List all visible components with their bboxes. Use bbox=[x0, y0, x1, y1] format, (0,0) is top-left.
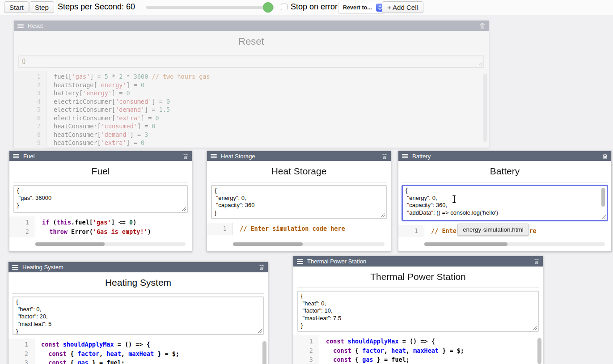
divider bbox=[297, 288, 539, 288]
state-json-value[interactable]: { "energy": 0, "capacity": 360, "addData… bbox=[403, 186, 607, 217]
vertical-scrollbar[interactable] bbox=[262, 341, 266, 364]
horizontal-scrollbar[interactable] bbox=[424, 242, 605, 246]
cell-header-title: Heating System bbox=[22, 264, 63, 271]
state-json-editor[interactable]: { "heat": 0, "factor": 20, "maxHeat": 5 … bbox=[13, 296, 264, 335]
divider bbox=[402, 182, 608, 182]
resize-handle[interactable] bbox=[258, 329, 262, 333]
vertical-scrollbar[interactable] bbox=[601, 188, 605, 207]
horizontal-scrollbar[interactable] bbox=[35, 242, 186, 246]
code-editor[interactable]: 123456789 fuel['gas'] = 5 * 2 * 3600 // … bbox=[14, 71, 489, 148]
cell-title: Thermal Power Station bbox=[293, 267, 543, 288]
text-cursor-icon bbox=[452, 195, 456, 203]
delete-cell-icon[interactable] bbox=[382, 153, 387, 159]
code-lines[interactable]: if (this.fuel['gas'] <= 0) throw Error('… bbox=[35, 216, 151, 237]
cell-heating-system: Heating System Heating System { "heat": … bbox=[8, 262, 268, 364]
delete-cell-icon[interactable] bbox=[259, 264, 264, 270]
scrollbar-thumb[interactable] bbox=[233, 242, 303, 246]
cell-title: Heat Storage bbox=[207, 161, 391, 182]
stop-on-error-label: Stop on error bbox=[291, 2, 338, 12]
state-json-value[interactable]: { "heat": 0, "factor": 10, "maxHeat": 7.… bbox=[298, 292, 538, 330]
cell-header[interactable]: Battery bbox=[398, 151, 611, 161]
divider bbox=[12, 293, 264, 294]
delete-cell-icon[interactable] bbox=[480, 23, 485, 29]
stop-on-error-checkbox[interactable] bbox=[281, 4, 287, 10]
cell-battery: Battery Battery { "energy": 0, "capacity… bbox=[398, 151, 612, 252]
cell-thermal-power-station: Thermal Power Station Thermal Power Stat… bbox=[293, 256, 543, 364]
delete-cell-icon[interactable] bbox=[183, 153, 188, 159]
state-json-editor[interactable]: { "gas": 36000 } bbox=[13, 185, 188, 213]
line-numbers: 1 bbox=[207, 223, 233, 235]
state-json-value[interactable]: { "heat": 0, "factor": 20, "maxHeat": 5 … bbox=[13, 297, 263, 335]
resize-handle[interactable] bbox=[478, 62, 482, 66]
vertical-scrollbar[interactable] bbox=[483, 74, 487, 142]
scrollbar-thumb[interactable] bbox=[424, 242, 507, 246]
state-json-value[interactable]: { "gas": 36000 } bbox=[14, 186, 187, 210]
add-cell-button[interactable]: + Add Cell bbox=[382, 1, 423, 13]
cell-header[interactable]: Thermal Power Station bbox=[293, 256, 543, 267]
cell-header-title: Fuel bbox=[23, 153, 34, 160]
cell-heat-storage: Heat Storage Heat Storage { "energy": 0,… bbox=[207, 151, 391, 252]
drag-handle-icon[interactable] bbox=[13, 154, 19, 158]
state-json-editor[interactable]: {} bbox=[18, 55, 484, 68]
divider bbox=[17, 53, 485, 53]
filename-tooltip: energy-simulation.html bbox=[457, 224, 529, 236]
state-json-value[interactable]: {} bbox=[19, 56, 483, 66]
state-json-editor[interactable]: { "energy": 0, "capacity": 360 } bbox=[211, 185, 387, 219]
cell-title: Heating System bbox=[8, 272, 268, 293]
slider-thumb[interactable] bbox=[263, 2, 273, 13]
cell-title: Battery bbox=[398, 161, 611, 182]
code-lines[interactable]: const shouldApplyMax = () => { const { f… bbox=[319, 335, 464, 364]
revert-to-select-value: Revert to... bbox=[343, 4, 372, 11]
drag-handle-icon[interactable] bbox=[12, 265, 18, 270]
cell-header-title: Heat Storage bbox=[221, 153, 255, 160]
resize-handle[interactable] bbox=[601, 215, 606, 219]
cell-header[interactable]: Heat Storage bbox=[207, 151, 391, 161]
line-numbers: 1234 bbox=[293, 335, 319, 364]
cell-header-title: Battery bbox=[412, 153, 431, 160]
cell-header-title: Thermal Power Station bbox=[307, 258, 366, 265]
vertical-scrollbar[interactable] bbox=[537, 338, 541, 364]
code-lines[interactable]: // Enter simulation code here bbox=[233, 223, 345, 235]
line-numbers: 123456789 bbox=[14, 71, 47, 148]
state-json-editor-focused[interactable]: { "energy": 0, "capacity": 360, "addData… bbox=[402, 185, 608, 221]
state-json-editor[interactable]: { "heat": 0, "factor": 10, "maxHeat": 7.… bbox=[297, 291, 539, 332]
divider bbox=[13, 182, 188, 182]
cell-header[interactable]: Reset bbox=[14, 21, 489, 31]
code-editor[interactable]: 12 if (this.fuel['gas'] <= 0) throw Erro… bbox=[9, 216, 192, 237]
scrollbar-thumb[interactable] bbox=[35, 242, 105, 246]
code-lines[interactable]: const shouldApplyMax = () => { const { f… bbox=[34, 339, 179, 364]
horizontal-scrollbar[interactable] bbox=[233, 242, 385, 246]
cell-fuel: Fuel Fuel { "gas": 36000 } 12 if (this.f… bbox=[9, 151, 192, 252]
code-lines[interactable]: fuel['gas'] = 5 * 2 * 3600 // two hours … bbox=[47, 71, 210, 148]
drag-handle-icon[interactable] bbox=[297, 259, 303, 264]
cell-reset: Reset Reset {} 123456789 fuel['gas'] = 5… bbox=[13, 20, 489, 148]
line-numbers: 12 bbox=[9, 216, 35, 237]
steps-per-second-label: Steps per Second: 60 bbox=[58, 2, 135, 12]
revert-to-select[interactable]: Revert to... bbox=[338, 2, 385, 13]
delete-cell-icon[interactable] bbox=[534, 258, 539, 264]
divider bbox=[211, 182, 387, 182]
resize-handle[interactable] bbox=[533, 326, 537, 330]
line-numbers: 1 bbox=[398, 225, 424, 237]
cell-title: Reset bbox=[14, 31, 489, 53]
line-numbers: 1234 bbox=[8, 339, 34, 364]
drag-handle-icon[interactable] bbox=[17, 24, 24, 28]
resize-handle[interactable] bbox=[182, 207, 186, 211]
code-editor[interactable]: 1234 const shouldApplyMax = () => { cons… bbox=[8, 339, 268, 364]
cell-header-title: Reset bbox=[28, 22, 43, 29]
code-editor[interactable]: 1234 const shouldApplyMax = () => { cons… bbox=[293, 335, 543, 364]
step-button[interactable]: Step bbox=[30, 1, 54, 13]
cell-header[interactable]: Fuel bbox=[9, 151, 192, 161]
resize-handle[interactable] bbox=[380, 213, 385, 217]
state-json-value[interactable]: { "energy": 0, "capacity": 360 } bbox=[212, 186, 386, 217]
cell-header[interactable]: Heating System bbox=[8, 262, 268, 272]
cell-title: Fuel bbox=[9, 161, 192, 182]
steps-per-second-slider[interactable] bbox=[146, 6, 275, 9]
drag-handle-icon[interactable] bbox=[402, 154, 408, 158]
start-button[interactable]: Start bbox=[4, 1, 29, 13]
drag-handle-icon[interactable] bbox=[211, 154, 217, 158]
delete-cell-icon[interactable] bbox=[602, 153, 608, 159]
code-editor[interactable]: 1 // Enter simulation code here bbox=[207, 223, 391, 235]
